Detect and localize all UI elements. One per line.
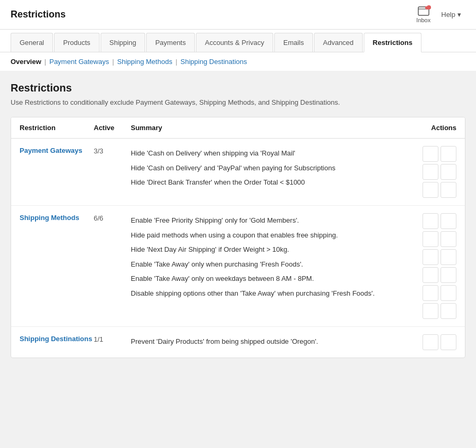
restriction-name-shipping-methods[interactable]: Shipping Methods — [20, 213, 94, 223]
main-navigation: General Products Shipping Payments Accou… — [0, 30, 476, 52]
help-button[interactable]: Help ▾ — [437, 8, 465, 21]
actions-shipping-destinations — [393, 334, 456, 350]
delete-button[interactable] — [441, 146, 456, 162]
summary-item: Enable 'Free Priority Shipping' only for… — [131, 213, 393, 228]
summary-item: Hide 'Cash on Delivery' and 'PayPal' whe… — [131, 161, 393, 176]
delete-button[interactable] — [441, 303, 456, 319]
delete-button[interactable] — [441, 164, 456, 180]
table-row: Shipping Methods 6/6 Enable 'Free Priori… — [11, 206, 465, 327]
tab-payments[interactable]: Payments — [146, 33, 195, 52]
summary-item: Prevent 'Dairy Products' from being ship… — [131, 334, 393, 349]
action-row — [423, 267, 456, 283]
edit-button[interactable] — [423, 213, 438, 229]
restriction-name-shipping-destinations[interactable]: Shipping Destinations — [20, 334, 94, 344]
subnav-sep-1: | — [44, 58, 46, 66]
action-row — [423, 334, 456, 350]
edit-button[interactable] — [423, 267, 438, 283]
inbox-notification-dot — [427, 5, 431, 10]
col-header-actions: Actions — [393, 124, 456, 132]
main-content: Restrictions Use Restrictions to conditi… — [0, 71, 476, 369]
table-row: Shipping Destinations 1/1 Prevent 'Dairy… — [11, 327, 465, 358]
tab-advanced[interactable]: Advanced — [314, 33, 363, 52]
action-row — [423, 285, 456, 301]
col-header-active: Active — [94, 124, 131, 132]
subnav-shipping-destinations[interactable]: Shipping Destinations — [181, 58, 247, 66]
action-row — [423, 231, 456, 247]
action-row — [423, 213, 456, 229]
summary-item: Enable 'Take Away' only when purchasing … — [131, 257, 393, 272]
tab-products[interactable]: Products — [54, 33, 99, 52]
edit-button[interactable] — [423, 231, 438, 247]
action-row — [423, 146, 456, 162]
table-row: Payment Gateways 3/3 Hide 'Cash on Deliv… — [11, 139, 465, 206]
tab-accounts-privacy[interactable]: Accounts & Privacy — [196, 33, 273, 52]
subnav-payment-gateways[interactable]: Payment Gateways — [49, 58, 109, 66]
delete-button[interactable] — [441, 182, 456, 198]
summary-item: Hide paid methods when using a coupon th… — [131, 228, 393, 243]
restrictions-description: Use Restrictions to conditionally exclud… — [11, 98, 465, 106]
delete-button[interactable] — [441, 213, 456, 229]
tab-general[interactable]: General — [11, 33, 53, 52]
summary-item: Disable shipping options other than 'Tak… — [131, 286, 393, 301]
edit-button[interactable] — [423, 164, 438, 180]
active-count-shipping-destinations: 1/1 — [94, 334, 131, 343]
summary-item: Hide 'Cash on Delivery' when shipping vi… — [131, 146, 393, 161]
chevron-down-icon: ▾ — [457, 11, 461, 19]
col-header-summary: Summary — [131, 124, 393, 132]
summary-shipping-methods: Enable 'Free Priority Shipping' only for… — [131, 213, 393, 300]
tab-restrictions[interactable]: Restrictions — [364, 33, 421, 52]
delete-button[interactable] — [441, 285, 456, 301]
delete-button[interactable] — [441, 267, 456, 283]
edit-button[interactable] — [423, 334, 438, 350]
summary-payment-gateways: Hide 'Cash on Delivery' when shipping vi… — [131, 146, 393, 190]
actions-shipping-methods — [393, 213, 456, 319]
edit-button[interactable] — [423, 146, 438, 162]
restrictions-heading: Restrictions — [11, 82, 465, 94]
action-row — [423, 249, 456, 265]
restrictions-table: Restriction Active Summary Actions Payme… — [11, 117, 465, 358]
action-row — [423, 164, 456, 180]
col-header-restriction: Restriction — [20, 124, 94, 132]
inbox-icon — [417, 6, 430, 17]
delete-button[interactable] — [441, 334, 456, 350]
header-actions: Inbox Help ▾ — [416, 6, 465, 23]
delete-button[interactable] — [441, 231, 456, 247]
page-title: Restrictions — [11, 9, 66, 20]
subnav-overview[interactable]: Overview — [11, 58, 41, 66]
actions-payment-gateways — [393, 146, 456, 198]
tab-emails[interactable]: Emails — [274, 33, 313, 52]
action-row — [423, 182, 456, 198]
delete-button[interactable] — [441, 249, 456, 265]
subnav-sep-2: | — [112, 58, 114, 66]
table-header: Restriction Active Summary Actions — [11, 117, 465, 139]
summary-item: Hide 'Direct Bank Transfer' when the Ord… — [131, 175, 393, 190]
action-row — [423, 303, 456, 319]
summary-shipping-destinations: Prevent 'Dairy Products' from being ship… — [131, 334, 393, 349]
active-count-payment-gateways: 3/3 — [94, 146, 131, 155]
edit-button[interactable] — [423, 249, 438, 265]
restriction-name-payment-gateways[interactable]: Payment Gateways — [20, 146, 94, 156]
inbox-button[interactable]: Inbox — [416, 6, 430, 23]
subnav-sep-3: | — [175, 58, 177, 66]
summary-item: Hide 'Next Day Air Shipping' if Order We… — [131, 242, 393, 257]
tab-shipping[interactable]: Shipping — [101, 33, 146, 52]
subnav-shipping-methods[interactable]: Shipping Methods — [117, 58, 172, 66]
edit-button[interactable] — [423, 285, 438, 301]
active-count-shipping-methods: 6/6 — [94, 213, 131, 222]
inbox-label: Inbox — [416, 17, 430, 23]
summary-item: Enable 'Take Away' only on weekdays betw… — [131, 271, 393, 286]
header: Restrictions Inbox Help ▾ — [0, 0, 476, 30]
edit-button[interactable] — [423, 303, 438, 319]
help-label: Help — [441, 11, 455, 19]
sub-navigation: Overview | Payment Gateways | Shipping M… — [0, 52, 476, 71]
edit-button[interactable] — [423, 182, 438, 198]
